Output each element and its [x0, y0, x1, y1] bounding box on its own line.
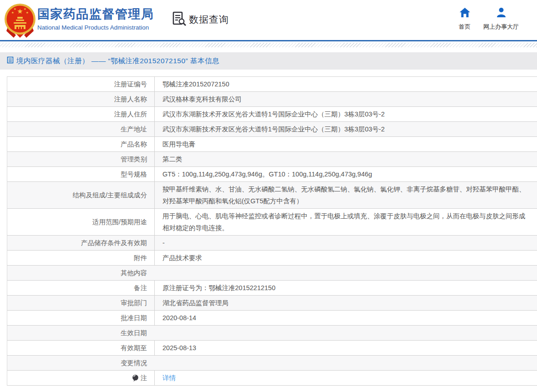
- table-row: 管理类别第二类: [7, 152, 537, 167]
- row-label-text: 附件: [134, 252, 147, 264]
- table-row: 产品名称医用导电膏: [7, 137, 537, 152]
- table-row: 备注原注册证号为：鄂械注准20152212150: [7, 281, 537, 296]
- row-value: 羧甲基纤维素钠、水、甘油、无水磷酸二氢钠、无水磷酸氢二钠、氯化钠、氯化钾、非离子…: [154, 182, 537, 208]
- row-value: [154, 356, 537, 370]
- row-value: 2025-08-13: [154, 341, 537, 355]
- row-value-text: 2025-08-13: [162, 342, 196, 354]
- row-value: 医用导电膏: [154, 137, 537, 151]
- svg-text:★: ★: [24, 7, 26, 10]
- row-label-text: 其他内容: [121, 267, 147, 279]
- row-label-text: 注册人住所: [114, 108, 147, 120]
- svg-text:★: ★: [11, 11, 14, 14]
- row-value: 2020-08-14: [154, 311, 537, 325]
- row-value-text: GT5：100g,114g,250g,473g,946g。GT10：100g,1…: [162, 168, 372, 180]
- row-value: 原注册证号为：鄂械注准20152212150: [154, 281, 537, 295]
- table-row: 适用范围/预期用途用于脑电、心电、肌电等神经监控或者诊断过程中，置于电极上或填充…: [7, 209, 537, 236]
- row-label: 注: [7, 371, 154, 385]
- row-value: 鄂械注准20152072150: [154, 77, 537, 91]
- table-row: 其他内容: [7, 266, 537, 281]
- nav-service-hall-label: 网上办事大厅: [483, 23, 519, 31]
- row-label: 注册人名称: [7, 92, 154, 106]
- row-value: [154, 266, 537, 280]
- row-value: 武汉市东湖新技术开发区光谷大道特1号国际企业中心（三期）3栋3层03号-2: [154, 107, 537, 121]
- row-label-text: 备注: [134, 282, 147, 294]
- row-value-text: 羧甲基纤维素钠、水、甘油、无水磷酸二氢钠、无水磷酸氢二钠、氯化钠、氯化钾、非离子…: [162, 183, 526, 207]
- row-value-text: 原注册证号为：鄂械注准20152212150: [162, 282, 275, 294]
- table-row: 变更情况: [7, 356, 537, 371]
- header-nav: 首页 网上办事大厅: [459, 7, 519, 31]
- table-row: 产品储存条件及有效期-: [7, 236, 537, 251]
- row-label-text: 型号规格: [121, 168, 147, 180]
- row-label-text: 结构及组成/主要组成成分: [72, 189, 147, 201]
- page-title-bar: 境内医疗器械（注册） —— “鄂械注准20152072150” 基本信息: [0, 52, 537, 70]
- row-value-text: 武汉格林泰克科技有限公司: [162, 93, 242, 105]
- table-row: 有效期至2025-08-13: [7, 341, 537, 356]
- row-value: 详情: [154, 371, 537, 385]
- row-label-text: 有效期至: [121, 342, 147, 354]
- row-label: 生效日期: [7, 326, 154, 340]
- data-query-section[interactable]: 数据查询: [172, 11, 229, 28]
- nav-item-home[interactable]: 首页: [459, 7, 471, 31]
- row-value: 产品技术要求: [154, 251, 537, 265]
- table-row: 型号规格GT5：100g,114g,250g,473g,946g。GT10：10…: [7, 167, 537, 182]
- row-value-text: 2020-08-14: [162, 312, 196, 324]
- row-label: 管理类别: [7, 152, 154, 166]
- row-label-text: 审批部门: [121, 297, 147, 309]
- row-value-text: 湖北省药品监督管理局: [162, 297, 228, 309]
- row-label-text: 注册证编号: [114, 78, 147, 90]
- row-label: 结构及组成/主要组成成分: [7, 182, 154, 208]
- national-emblem-logo: ★ ★ ★ ★ ★: [4, 2, 36, 38]
- row-value: [154, 326, 537, 340]
- table-row: 附件产品技术要求: [7, 251, 537, 266]
- row-label-text: 管理类别: [121, 153, 147, 165]
- nav-item-service-hall[interactable]: 网上办事大厅: [483, 7, 519, 31]
- document-icon: [7, 56, 14, 65]
- row-label: 附件: [7, 251, 154, 265]
- table-row: 注册证编号鄂械注准20152072150: [7, 77, 537, 92]
- svg-text:★: ★: [14, 7, 16, 10]
- table-row: 注册人名称武汉格林泰克科技有限公司: [7, 92, 537, 107]
- row-value-text: 武汉市东湖新技术开发区光谷大道特1号国际企业中心（三期）3栋3层03号-2: [162, 123, 385, 135]
- row-label-text: 生产地址: [121, 123, 147, 135]
- balloon-icon: [132, 374, 139, 382]
- row-label: 其他内容: [7, 266, 154, 280]
- row-value: 武汉格林泰克科技有限公司: [154, 92, 537, 106]
- user-icon: [496, 7, 507, 20]
- row-label-text: 生效日期: [121, 327, 147, 339]
- row-value-text: 第二类: [162, 153, 182, 165]
- detail-link[interactable]: 详情: [162, 372, 176, 384]
- table-row: 批准日期2020-08-14: [7, 311, 537, 326]
- row-label: 批准日期: [7, 311, 154, 325]
- row-value-text: -: [162, 237, 165, 249]
- row-label-text: 适用范围/预期用途: [92, 216, 147, 228]
- row-value: -: [154, 236, 537, 250]
- row-label: 审批部门: [7, 296, 154, 310]
- table-row: 注册人住所武汉市东湖新技术开发区光谷大道特1号国际企业中心（三期）3栋3层03号…: [7, 107, 537, 122]
- row-value-text: 武汉市东湖新技术开发区光谷大道特1号国际企业中心（三期）3栋3层03号-2: [162, 108, 385, 120]
- row-value: 用于脑电、心电、肌电等神经监控或者诊断过程中，置于电极上或填充、涂覆于皮肤与电极…: [154, 209, 537, 235]
- row-value: GT5：100g,114g,250g,473g,946g。GT10：100g,1…: [154, 167, 537, 181]
- svg-text:★: ★: [17, 7, 23, 15]
- table-row: 结构及组成/主要组成成分羧甲基纤维素钠、水、甘油、无水磷酸二氢钠、无水磷酸氢二钠…: [7, 182, 537, 209]
- row-label-text: 产品储存条件及有效期: [81, 237, 147, 249]
- row-value: 第二类: [154, 152, 537, 166]
- home-icon: [459, 7, 471, 20]
- row-label: 注册人住所: [7, 107, 154, 121]
- brand-title-en: National Medical Products Administration: [37, 24, 154, 31]
- nav-home-label: 首页: [459, 23, 471, 31]
- data-query-label: 数据查询: [189, 13, 229, 26]
- hatched-strip: [0, 43, 537, 47]
- row-value-text: 鄂械注准20152072150: [162, 78, 229, 90]
- row-label: 适用范围/预期用途: [7, 209, 154, 235]
- site-header: ★ ★ ★ ★ ★ 国家药品监督管理局 National Medical Pro…: [0, 0, 537, 40]
- row-label: 变更情况: [7, 356, 154, 370]
- row-value: 武汉市东湖新技术开发区光谷大道特1号国际企业中心（三期）3栋3层03号-2: [154, 122, 537, 136]
- row-value-text: 医用导电膏: [162, 138, 196, 150]
- header-divider: [0, 40, 537, 41]
- row-label: 生产地址: [7, 122, 154, 136]
- page-title: 境内医疗器械（注册） —— “鄂械注准20152072150” 基本信息: [16, 56, 219, 66]
- row-label: 注册证编号: [7, 77, 154, 91]
- row-label-text: 产品名称: [121, 138, 147, 150]
- row-value-text: 用于脑电、心电、肌电等神经监控或者诊断过程中，置于电极上或填充、涂覆于皮肤与电极…: [162, 210, 526, 234]
- data-query-icon: [172, 11, 187, 28]
